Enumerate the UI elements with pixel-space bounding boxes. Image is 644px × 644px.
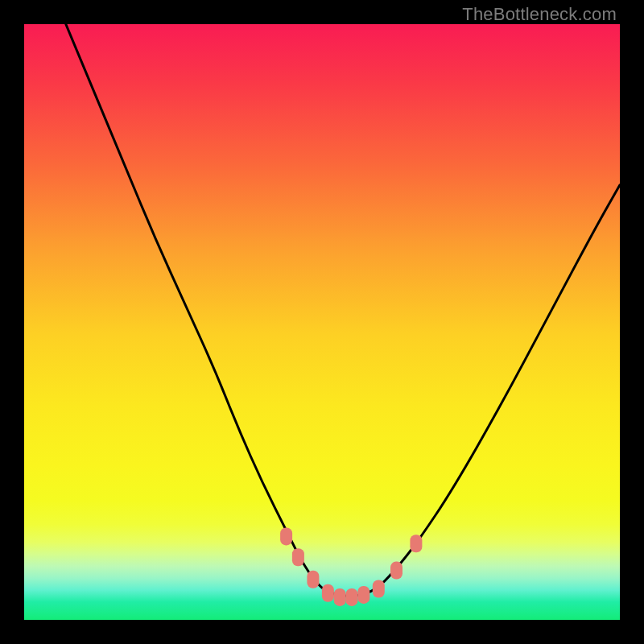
chart-svg <box>24 24 620 620</box>
plot-area <box>24 24 620 620</box>
curve-marker <box>307 571 319 588</box>
curve-marker <box>322 584 334 602</box>
curve-marker <box>292 548 304 566</box>
marker-layer <box>280 527 422 606</box>
curve-marker <box>373 580 385 598</box>
attribution-text: TheBottleneck.com <box>462 4 617 25</box>
curve-marker <box>280 527 292 545</box>
curve-layer <box>66 24 620 596</box>
curve-marker <box>410 535 422 552</box>
curve-marker <box>334 588 346 606</box>
chart-frame: TheBottleneck.com <box>0 0 644 644</box>
curve-marker <box>390 562 402 580</box>
curve-marker <box>346 588 358 606</box>
bottleneck-curve <box>66 24 620 596</box>
curve-marker <box>357 586 369 604</box>
